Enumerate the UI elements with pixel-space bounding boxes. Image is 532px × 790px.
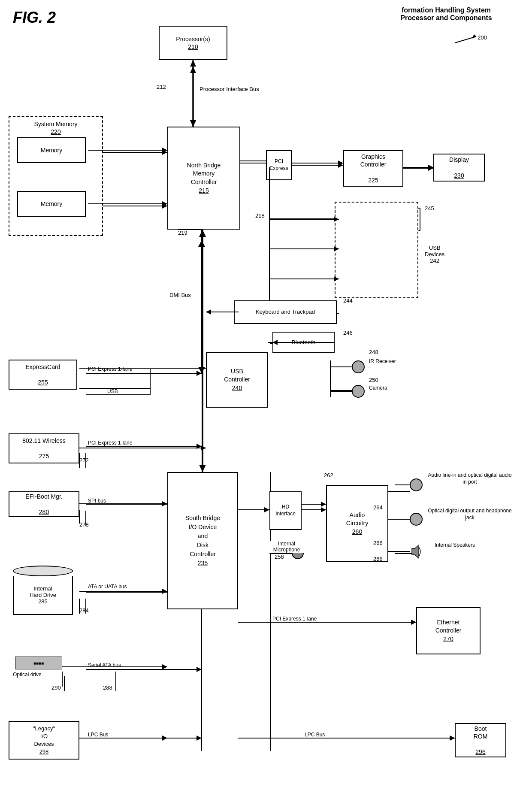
svg-marker-8 [162, 203, 167, 209]
usb-devices-label: USBDevices 242 [425, 245, 444, 264]
ref-246: 246 [343, 330, 353, 336]
svg-marker-33 [196, 371, 202, 376]
ata-bus-label: ATA or UATA bus [88, 584, 127, 590]
ir-receiver-label: IR Receiver [369, 358, 396, 364]
internal-hdd-cylinder: InternalHard Drive 285 [9, 562, 77, 618]
optical-drive-label: Optical drive [13, 672, 42, 678]
audio-circuitry-box: AudioCircuitry 260 [326, 485, 388, 562]
svg-marker-77 [428, 166, 433, 171]
svg-marker-3 [190, 67, 196, 73]
diagram: FIG. 2 formation Handling System Process… [0, 0, 532, 790]
optical-out-label: Optical digital output and headphone jac… [427, 508, 513, 521]
svg-marker-114 [264, 507, 269, 512]
ref-250: 250 [369, 377, 378, 383]
svg-marker-111 [162, 736, 167, 741]
north-bridge-box: North BridgeMemoryController 215 [167, 127, 240, 230]
svg-marker-98 [201, 445, 206, 451]
svg-marker-107 [162, 664, 167, 669]
ref-272: 272 [79, 457, 89, 463]
svg-marker-101 [162, 501, 167, 506]
processor-box: Processor(s) 210 [159, 26, 227, 60]
svg-marker-6 [162, 150, 167, 155]
processor-interface-bus-label: Processor Interface Bus [200, 86, 259, 92]
ref-290: 290 [51, 684, 61, 691]
svg-marker-1 [472, 34, 476, 39]
ref-200: 200 [478, 34, 487, 41]
ref-262: 262 [324, 472, 333, 478]
svg-marker-127 [199, 465, 206, 472]
ref-264: 264 [373, 504, 383, 511]
page-title: formation Handling System Processor and … [386, 6, 506, 22]
internal-speakers-label: Internal Speakers [425, 542, 485, 548]
serial-ata-label: Serial ATA bus [88, 662, 121, 668]
ref-248: 248 [369, 349, 378, 355]
svg-marker-67 [190, 60, 196, 67]
ref-245: 245 [425, 205, 434, 212]
internal-mic-label: Internal Microphone [269, 541, 304, 553]
graphics-controller-box: GraphicsController 225 [343, 150, 403, 187]
svg-marker-124 [450, 736, 455, 741]
svg-marker-11 [338, 160, 343, 166]
ethernet-box: EthernetController 270 [416, 607, 481, 654]
svg-marker-37 [196, 444, 202, 449]
audio-line-in-label: Audio line-in and optical digital audio … [427, 472, 513, 485]
svg-marker-18 [198, 367, 205, 373]
ref-218: 218 [255, 212, 265, 219]
camera-label: Camera [369, 385, 387, 391]
efi-boot-box: EFI-Boot Mgr. 280 [9, 491, 79, 517]
svg-marker-46 [196, 667, 202, 672]
expresscard-box: ExpressCard 255 [9, 360, 77, 390]
svg-marker-68 [190, 120, 196, 127]
svg-marker-62 [450, 736, 455, 741]
figure-title: FIG. 2 [13, 9, 56, 27]
wireless-pci-label: PCI Express 1-lane [88, 440, 132, 446]
hd-interface-box: HDInterface [269, 491, 302, 530]
svg-line-0 [455, 36, 476, 43]
spi-bus-label: SPI bus [88, 498, 106, 504]
usb-controller-box: USBController 240 [206, 352, 268, 408]
memory2-box: Memory [17, 191, 86, 217]
ref-212: 212 [157, 84, 166, 90]
ethernet-pci-label: PCI Express 1-lane [272, 616, 317, 622]
memory1-box: Memory [17, 137, 86, 163]
usb-devices-box [335, 202, 418, 298]
svg-marker-50 [196, 736, 202, 741]
svg-marker-13 [428, 165, 433, 170]
svg-marker-86 [206, 309, 211, 315]
internal-speakers-icon [410, 544, 423, 561]
wireless-box: 802.11 Wireless 275 [9, 433, 79, 463]
svg-marker-72 [162, 201, 167, 206]
svg-marker-94 [201, 366, 206, 371]
ref-219: 219 [178, 230, 187, 236]
svg-marker-126 [199, 230, 206, 237]
audio-line-in-icon [410, 478, 423, 491]
expresscard-pci-label: PCI Express 1-lane [88, 366, 132, 372]
bluetooth-box: Bluetooth [272, 332, 335, 353]
system-memory-box: System Memory 220 [9, 116, 103, 236]
svg-marker-116 [321, 507, 326, 512]
ref-266: 266 [373, 540, 383, 546]
ref-268: 268 [373, 556, 383, 562]
south-bridge-box: South BridgeI/O DeviceandDiskController … [167, 472, 238, 609]
camera-icon [352, 385, 365, 398]
pci-express-box: PCIExpress [266, 150, 292, 180]
ref-284: 284 [79, 607, 89, 614]
svg-marker-17 [198, 240, 205, 247]
svg-marker-70 [162, 148, 167, 153]
optical-drive-icon: ■■■■ [15, 657, 62, 669]
expresscard-usb-label: USB [107, 388, 118, 394]
svg-marker-75 [338, 163, 343, 168]
boot-rom-box: BootROM 296 [455, 723, 506, 757]
svg-marker-54 [321, 502, 326, 507]
ref-288: 288 [103, 684, 112, 691]
keyboard-box: Keyboard and Trackpad [234, 300, 337, 324]
optical-out-icon [410, 513, 423, 526]
svg-marker-104 [162, 589, 167, 594]
ref-258: 258 [275, 554, 284, 560]
lpc-bus-label-left: LPC Bus [88, 732, 108, 738]
svg-marker-60 [411, 620, 416, 625]
lpc-bus-label-right: LPC Bus [305, 732, 325, 738]
dmi-bus-label: DMI Bus [169, 292, 191, 298]
display-box: Display 230 [433, 154, 485, 182]
svg-marker-122 [411, 620, 416, 625]
